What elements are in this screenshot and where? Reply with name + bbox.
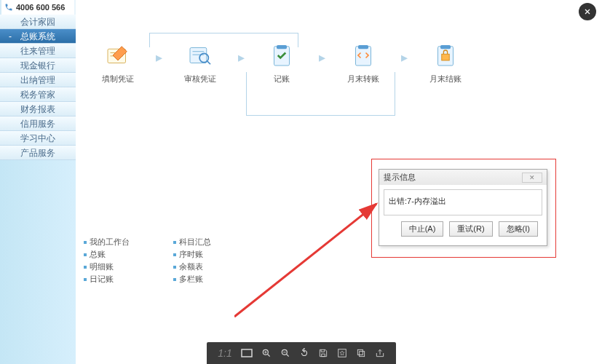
quick-link[interactable]: 多栏账 xyxy=(173,274,211,285)
workflow-arrow: ▸ xyxy=(401,50,408,66)
rotate-icon[interactable] xyxy=(299,348,309,358)
quick-link[interactable]: 余额表 xyxy=(173,261,211,272)
nav-item-9[interactable]: 产品服务 xyxy=(0,146,76,160)
dialog-body: 出错:7-内存溢出 中止(A) 重试(R) 忽略(I) xyxy=(379,185,547,245)
bullet-icon xyxy=(84,253,87,256)
link-label: 明细账 xyxy=(90,261,114,272)
workflow-node-3[interactable]: 月末转账 xyxy=(347,40,379,84)
svg-rect-13 xyxy=(440,45,451,49)
phone-number: 4006 600 566 xyxy=(16,3,65,12)
abort-button[interactable]: 中止(A) xyxy=(401,221,444,237)
zoom-ratio: 1:1 xyxy=(218,347,231,359)
bullet-icon xyxy=(173,241,176,244)
share-icon[interactable] xyxy=(375,348,385,358)
quick-link[interactable]: 序时账 xyxy=(173,249,211,260)
quick-link[interactable]: 明细账 xyxy=(84,261,130,272)
workflow-icon xyxy=(185,40,215,71)
close-icon xyxy=(583,7,592,16)
zoom-in-icon[interactable] xyxy=(261,348,272,358)
nav-item-2[interactable]: 往来管理 xyxy=(0,44,76,58)
svg-rect-16 xyxy=(242,349,252,357)
svg-rect-24 xyxy=(338,349,346,357)
workflow-node-4[interactable]: 月末结账 xyxy=(429,40,462,84)
svg-rect-26 xyxy=(359,352,364,357)
dialog-buttons: 中止(A) 重试(R) 忽略(I) xyxy=(384,215,542,241)
workflow-label: 月末结账 xyxy=(429,74,462,84)
bullet-icon xyxy=(84,278,87,281)
bullet-icon xyxy=(173,278,176,281)
svg-rect-9 xyxy=(277,45,287,49)
workflow-node-2[interactable]: 记账 xyxy=(266,40,297,84)
workflow-node-1[interactable]: 审核凭证 xyxy=(184,40,216,84)
save-icon[interactable] xyxy=(318,348,328,358)
link-label: 日记账 xyxy=(90,274,114,285)
nav-item-6[interactable]: 财务报表 xyxy=(0,102,76,116)
ignore-button[interactable]: 忽略(I) xyxy=(499,221,538,237)
fit-screen-icon[interactable] xyxy=(241,349,253,357)
workflow-icon xyxy=(266,40,297,71)
retry-button[interactable]: 重试(R) xyxy=(449,221,492,237)
workflow-label: 填制凭证 xyxy=(102,74,134,84)
bullet-icon xyxy=(173,253,176,256)
quick-link[interactable]: 总账 xyxy=(84,249,130,260)
nav-item-0[interactable]: 会计家园 xyxy=(0,15,76,29)
quick-links: 我的工作台总账明细账日记账 科目汇总序时账余额表多栏账 xyxy=(84,237,211,285)
close-button[interactable] xyxy=(579,3,596,20)
phone-bar: 4006 600 566 xyxy=(1,0,74,15)
workflow-arrow: ▸ xyxy=(156,50,162,66)
dialog-message: 出错:7-内存溢出 xyxy=(384,189,542,215)
bullet-icon xyxy=(84,241,87,244)
copy-icon[interactable] xyxy=(356,348,366,358)
workflow-diagram: 填制凭证▸审核凭证▸记账▸月末转账▸月末结账 xyxy=(102,40,462,84)
workflow-label: 审核凭证 xyxy=(184,74,216,84)
workflow-node-0[interactable]: 填制凭证 xyxy=(102,40,134,84)
sidebar: 4006 600 566 会计家园总账系统往来管理现金银行出纳管理税务管家财务报… xyxy=(0,0,76,364)
zoom-out-icon[interactable] xyxy=(280,348,290,358)
link-label: 序时账 xyxy=(179,249,203,260)
dialog-titlebar: 提示信息 ✕ xyxy=(379,170,547,185)
quick-link[interactable]: 日记账 xyxy=(84,274,130,285)
nav-item-3[interactable]: 现金银行 xyxy=(0,58,76,73)
quick-link[interactable]: 科目汇总 xyxy=(173,237,211,248)
error-dialog: 提示信息 ✕ 出错:7-内存溢出 中止(A) 重试(R) 忽略(I) xyxy=(379,169,547,246)
link-label: 总账 xyxy=(90,249,106,260)
dialog-close-button[interactable]: ✕ xyxy=(522,173,542,183)
nav-item-8[interactable]: 学习中心 xyxy=(0,131,76,146)
nav-item-4[interactable]: 出纳管理 xyxy=(0,73,76,87)
svg-line-15 xyxy=(234,204,376,317)
star-icon[interactable] xyxy=(337,348,347,358)
workflow-label: 月末转账 xyxy=(347,74,379,84)
svg-line-7 xyxy=(207,61,210,64)
svg-line-22 xyxy=(286,355,288,357)
svg-line-18 xyxy=(267,355,269,357)
annotation-arrow xyxy=(234,186,395,331)
dialog-title: 提示信息 xyxy=(384,172,416,183)
link-label: 我的工作台 xyxy=(90,237,130,248)
bullet-icon xyxy=(173,266,176,269)
svg-rect-3 xyxy=(190,48,207,63)
link-label: 多栏账 xyxy=(179,274,203,285)
viewer-toolbar: 1:1 xyxy=(207,342,396,364)
workflow-arrow: ▸ xyxy=(319,50,325,66)
link-label: 余额表 xyxy=(179,261,203,272)
workflow-icon xyxy=(348,40,379,71)
svg-rect-14 xyxy=(442,54,450,60)
workflow-arrow: ▸ xyxy=(238,50,245,66)
sidebar-filler xyxy=(0,160,76,364)
nav-item-7[interactable]: 信用服务 xyxy=(0,116,76,131)
nav-item-5[interactable]: 税务管家 xyxy=(0,87,76,102)
workflow-icon xyxy=(103,40,133,71)
svg-rect-11 xyxy=(358,45,368,49)
link-label: 科目汇总 xyxy=(179,237,211,248)
svg-rect-25 xyxy=(357,349,363,355)
bullet-icon xyxy=(84,266,87,269)
nav-item-1[interactable]: 总账系统 xyxy=(0,29,76,44)
quick-link[interactable]: 我的工作台 xyxy=(84,237,130,248)
phone-icon xyxy=(4,3,13,12)
workflow-icon xyxy=(430,40,461,71)
